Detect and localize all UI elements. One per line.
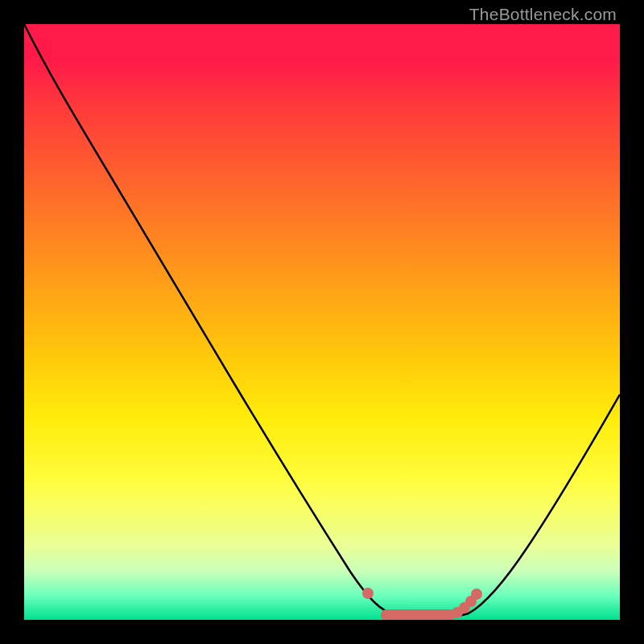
watermark-text: TheBottleneck.com	[469, 5, 617, 24]
curve-left-branch	[24, 24, 394, 614]
bottleneck-curve	[24, 24, 620, 620]
chart-frame: TheBottleneck.com	[0, 0, 644, 644]
curve-right-branch	[469, 394, 620, 613]
plot-area	[24, 24, 620, 620]
curve-valley	[394, 613, 469, 617]
